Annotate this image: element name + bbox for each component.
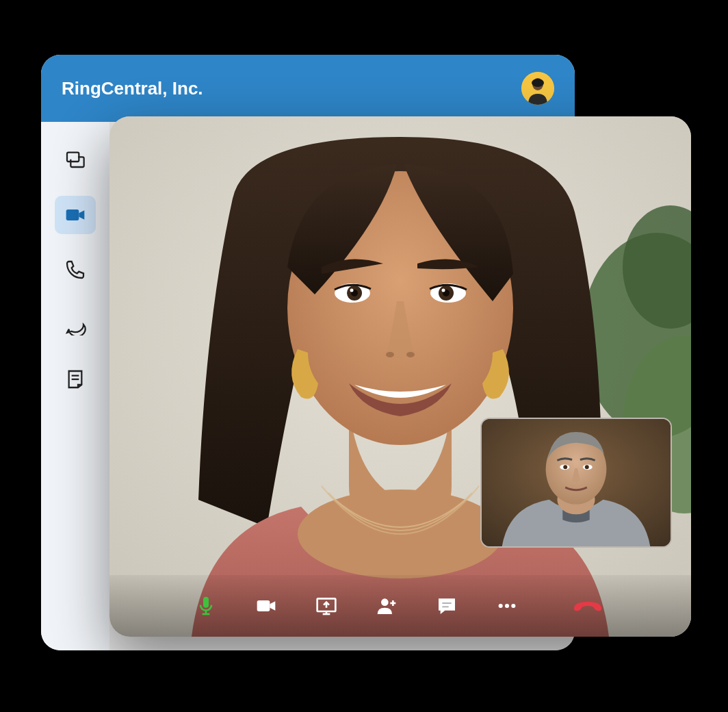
svg-rect-32: [203, 597, 209, 608]
user-avatar[interactable]: [521, 72, 554, 105]
more-icon: [496, 595, 518, 617]
sidebar-item-video[interactable]: [55, 196, 96, 234]
svg-point-45: [505, 604, 509, 608]
sidebar: [41, 122, 109, 650]
svg-rect-5: [67, 153, 79, 162]
avatar-image: [521, 72, 554, 105]
svg-point-44: [499, 604, 503, 608]
svg-rect-35: [257, 600, 270, 611]
mute-button[interactable]: [191, 591, 221, 621]
more-options-button[interactable]: [492, 591, 522, 621]
chat-button[interactable]: [432, 591, 462, 621]
sidebar-item-chat[interactable]: [55, 305, 96, 344]
svg-point-23: [386, 352, 394, 357]
svg-point-31: [585, 465, 589, 469]
app-title: RingCentral, Inc.: [62, 78, 203, 99]
end-call-button[interactable]: [566, 594, 610, 618]
svg-point-39: [381, 598, 389, 606]
app-header: RingCentral, Inc.: [41, 55, 575, 122]
screen-share-icon: [315, 595, 337, 617]
video-icon: [64, 204, 86, 226]
sidebar-item-notes[interactable]: [55, 360, 96, 398]
camera-button[interactable]: [251, 591, 281, 621]
svg-point-4: [539, 84, 541, 86]
self-view-image: [482, 419, 671, 546]
svg-point-46: [511, 604, 515, 608]
camera-icon: [255, 595, 277, 617]
video-call-window: [109, 116, 691, 637]
svg-point-24: [406, 352, 415, 357]
chat-icon: [64, 314, 86, 335]
sidebar-item-phone[interactable]: [55, 251, 96, 289]
end-call-icon: [571, 596, 604, 615]
svg-point-21: [350, 289, 354, 292]
svg-point-30: [563, 465, 567, 469]
microphone-icon: [195, 595, 217, 617]
remote-video-image: [109, 116, 691, 637]
self-view-video[interactable]: [480, 418, 672, 548]
add-participant-button[interactable]: [372, 591, 402, 621]
phone-icon: [64, 259, 86, 281]
screen-share-button[interactable]: [311, 591, 341, 621]
svg-rect-6: [66, 209, 79, 220]
svg-point-3: [534, 84, 536, 86]
remote-participant-video: [109, 116, 691, 637]
svg-point-2: [532, 79, 544, 87]
sidebar-item-messages[interactable]: [55, 141, 96, 179]
messages-icon: [64, 149, 86, 171]
chat-message-icon: [436, 595, 458, 617]
video-call-toolbar: [109, 575, 691, 637]
svg-point-22: [442, 289, 445, 292]
add-person-icon: [376, 595, 398, 617]
notes-icon: [64, 368, 86, 390]
